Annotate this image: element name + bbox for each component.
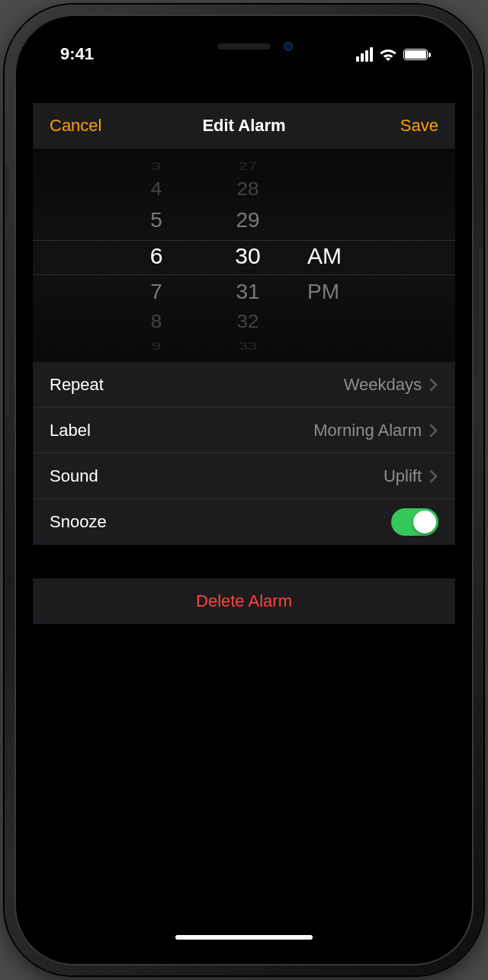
wifi-icon	[379, 47, 397, 61]
time-picker[interactable]: 3 4 5 6 7 8 9 27 28 29 30	[33, 149, 455, 362]
screen: 9:41 Cancel Edit Alarm Save 3	[33, 33, 455, 947]
notch	[145, 33, 343, 60]
chevron-right-icon	[429, 378, 438, 392]
sound-value: Uplift	[384, 466, 422, 486]
delete-group: Delete Alarm	[33, 578, 455, 624]
label-row[interactable]: Label Morning Alarm	[33, 408, 455, 453]
snooze-row: Snooze	[33, 499, 455, 545]
speaker-grille	[217, 43, 271, 50]
sound-row[interactable]: Sound Uplift	[33, 453, 455, 499]
delete-alarm-button[interactable]: Delete Alarm	[33, 578, 455, 624]
chevron-right-icon	[429, 469, 438, 483]
repeat-row[interactable]: Repeat Weekdays	[33, 362, 455, 408]
nav-bar: Cancel Edit Alarm Save	[33, 103, 455, 149]
save-button[interactable]: Save	[400, 116, 438, 136]
hour-wheel[interactable]: 3 4 5 6 7 8 9	[111, 149, 202, 362]
repeat-value: Weekdays	[344, 375, 422, 395]
sound-label: Sound	[50, 466, 98, 486]
chevron-right-icon	[429, 424, 438, 437]
minute-wheel[interactable]: 27 28 29 30 31 32 33	[202, 149, 294, 362]
settings-group: Repeat Weekdays Label Morning Alarm	[33, 362, 455, 545]
volume-down-button	[5, 332, 9, 416]
side-button	[479, 248, 483, 378]
battery-icon	[403, 49, 428, 60]
status-time: 9:41	[60, 44, 94, 64]
snooze-label: Snooze	[50, 512, 107, 532]
volume-up-button	[5, 233, 9, 317]
label-value: Morning Alarm	[313, 421, 422, 440]
delete-alarm-label: Delete Alarm	[196, 591, 292, 611]
cellular-signal-icon	[356, 47, 373, 62]
repeat-label: Repeat	[50, 375, 104, 395]
home-indicator[interactable]	[175, 935, 313, 940]
ampm-wheel[interactable]: AM PM	[301, 149, 377, 362]
phone-frame: 9:41 Cancel Edit Alarm Save 3	[5, 5, 483, 975]
mute-switch	[5, 165, 9, 218]
snooze-toggle[interactable]	[391, 508, 438, 536]
label-label: Label	[50, 421, 91, 440]
front-camera	[284, 42, 293, 51]
cancel-button[interactable]: Cancel	[50, 116, 101, 136]
